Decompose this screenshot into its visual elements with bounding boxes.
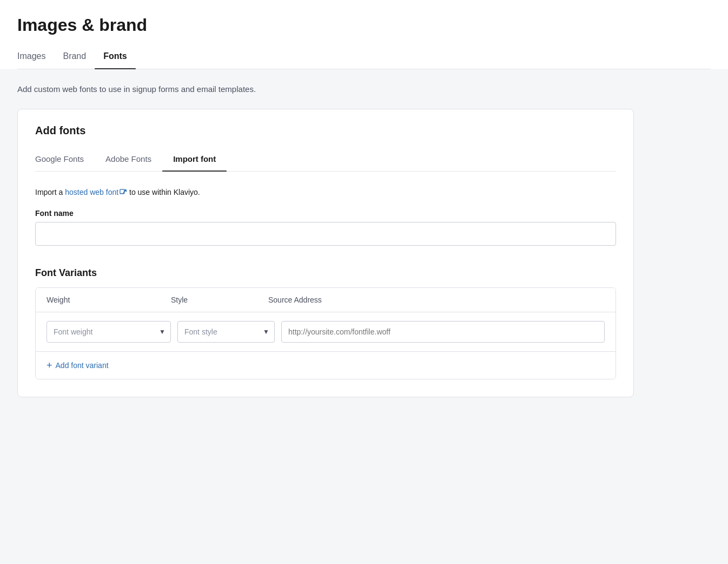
hosted-web-font-link[interactable]: hosted web font [65,188,127,196]
header-style: Style [171,296,268,304]
header-weight: Weight [47,296,171,304]
tab-fonts[interactable]: Fonts [95,46,136,69]
font-variant-row: Font weight 100 - Thin 200 - Extra Light… [36,312,616,352]
font-weight-select[interactable]: Font weight 100 - Thin 200 - Extra Light… [47,321,171,343]
font-name-label: Font name [35,209,616,218]
variants-header-row: Weight Style Source Address [36,288,616,312]
external-link-icon [120,189,127,196]
font-name-input[interactable] [35,222,616,246]
page-subtitle: Add custom web fonts to use in signup fo… [17,84,711,94]
tab-import-font[interactable]: Import font [162,150,227,171]
page-title: Images & brand [17,15,711,35]
tab-brand[interactable]: Brand [54,46,95,69]
add-font-variant-button[interactable]: + Add font variant [47,360,109,370]
page-container: Images & brand Images Brand Fonts [0,0,728,69]
font-style-select[interactable]: Font style Normal Italic Oblique [177,321,275,343]
font-variants-section: Font Variants Weight Style Source Addres… [35,267,616,379]
add-fonts-card: Add fonts Google Fonts Adobe Fonts Impor… [17,109,634,397]
tab-google-fonts[interactable]: Google Fonts [35,150,95,171]
font-variants-table: Weight Style Source Address Font weight … [35,287,616,379]
font-weight-wrapper: Font weight 100 - Thin 200 - Extra Light… [47,321,171,343]
source-address-input[interactable] [281,321,605,343]
font-tabs-bar: Google Fonts Adobe Fonts Import font [35,150,616,172]
add-font-variant-label: Add font variant [56,361,109,370]
font-style-wrapper: Font style Normal Italic Oblique ▼ [177,321,275,343]
header-source: Source Address [268,296,605,304]
tab-adobe-fonts[interactable]: Adobe Fonts [95,150,162,171]
content-area: Add custom web fonts to use in signup fo… [0,69,728,556]
main-tabs-bar: Images Brand Fonts [17,46,711,69]
plus-icon: + [47,360,52,370]
add-variant-row: + Add font variant [36,352,616,379]
font-name-field-group: Font name [35,209,616,246]
card-title: Add fonts [35,124,616,137]
svg-rect-0 [120,189,124,194]
import-suffix: to use within Klaviyo. [127,188,200,196]
import-prefix: Import a [35,188,65,196]
import-description: Import a hosted web font to use within K… [35,187,616,198]
tab-images[interactable]: Images [17,46,54,69]
font-variants-title: Font Variants [35,267,616,279]
